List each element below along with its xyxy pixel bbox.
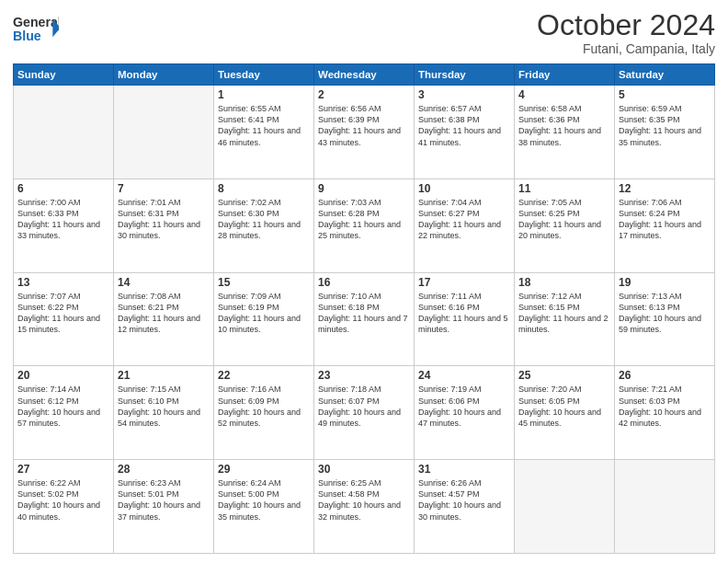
day-number: 11 [518, 182, 610, 195]
cell-info: Sunrise: 7:13 AMSunset: 6:13 PMDaylight:… [619, 292, 701, 334]
cell-info: Sunrise: 7:06 AMSunset: 6:24 PMDaylight:… [619, 198, 701, 240]
day-number: 9 [318, 182, 410, 195]
day-number: 7 [118, 182, 210, 195]
cell-info: Sunrise: 7:12 AMSunset: 6:15 PMDaylight:… [518, 292, 609, 334]
day-number: 31 [418, 463, 510, 476]
day-number: 5 [619, 88, 711, 101]
cell-info: Sunrise: 7:18 AMSunset: 6:07 PMDaylight:… [318, 385, 401, 427]
day-number: 10 [418, 182, 510, 195]
day-cell-11: 11 Sunrise: 7:05 AMSunset: 6:25 PMDaylig… [515, 178, 615, 272]
cell-info: Sunrise: 6:58 AMSunset: 6:36 PMDaylight:… [518, 104, 601, 146]
cell-info: Sunrise: 6:24 AMSunset: 5:00 PMDaylight:… [218, 478, 301, 521]
cell-info: Sunrise: 6:26 AMSunset: 4:57 PMDaylight:… [418, 478, 501, 521]
header-tuesday: Tuesday [214, 64, 314, 86]
day-number: 12 [619, 182, 711, 195]
cell-info: Sunrise: 6:23 AMSunset: 5:01 PMDaylight:… [118, 478, 200, 521]
cell-info: Sunrise: 7:21 AMSunset: 6:03 PMDaylight:… [619, 385, 701, 427]
header-sunday: Sunday [14, 64, 114, 86]
day-cell-5: 5 Sunrise: 6:59 AMSunset: 6:35 PMDayligh… [615, 86, 715, 179]
cell-info: Sunrise: 6:22 AMSunset: 5:02 PMDaylight:… [17, 478, 100, 521]
cell-info: Sunrise: 7:05 AMSunset: 6:25 PMDaylight:… [518, 198, 601, 240]
day-cell-4: 4 Sunrise: 6:58 AMSunset: 6:36 PMDayligh… [515, 86, 615, 179]
day-number: 22 [218, 369, 310, 382]
page: General Blue October 2024 Futani, Campan… [0, 0, 728, 563]
cell-info: Sunrise: 7:08 AMSunset: 6:21 PMDaylight:… [118, 292, 200, 334]
day-number: 28 [118, 463, 210, 476]
day-number: 13 [17, 276, 109, 289]
day-number: 15 [218, 276, 310, 289]
day-cell-28: 28 Sunrise: 6:23 AMSunset: 5:01 PMDaylig… [114, 460, 214, 554]
day-number: 24 [418, 369, 510, 382]
day-number: 8 [218, 182, 310, 195]
day-cell-30: 30 Sunrise: 6:25 AMSunset: 4:58 PMDaylig… [314, 460, 415, 554]
day-cell-9: 9 Sunrise: 7:03 AMSunset: 6:28 PMDayligh… [314, 178, 415, 272]
day-number: 17 [418, 276, 510, 289]
cell-info: Sunrise: 6:55 AMSunset: 6:41 PMDaylight:… [218, 104, 301, 146]
cell-info: Sunrise: 7:11 AMSunset: 6:16 PMDaylight:… [418, 292, 508, 334]
day-cell-29: 29 Sunrise: 6:24 AMSunset: 5:00 PMDaylig… [214, 460, 314, 554]
day-number: 20 [17, 369, 109, 382]
cell-info: Sunrise: 7:09 AMSunset: 6:19 PMDaylight:… [218, 292, 301, 334]
day-cell-1: 1 Sunrise: 6:55 AMSunset: 6:41 PMDayligh… [214, 86, 314, 179]
day-cell-8: 8 Sunrise: 7:02 AMSunset: 6:30 PMDayligh… [214, 178, 314, 272]
day-cell-2: 2 Sunrise: 6:56 AMSunset: 6:39 PMDayligh… [314, 86, 415, 179]
day-cell-empty [515, 460, 615, 554]
cell-info: Sunrise: 7:14 AMSunset: 6:12 PMDaylight:… [17, 385, 100, 427]
logo: General Blue [13, 9, 59, 50]
day-cell-23: 23 Sunrise: 7:18 AMSunset: 6:07 PMDaylig… [314, 366, 415, 460]
day-cell-27: 27 Sunrise: 6:22 AMSunset: 5:02 PMDaylig… [14, 460, 114, 554]
day-number: 27 [17, 463, 109, 476]
cell-info: Sunrise: 7:19 AMSunset: 6:06 PMDaylight:… [418, 385, 501, 427]
day-cell-10: 10 Sunrise: 7:04 AMSunset: 6:27 PMDaylig… [415, 178, 515, 272]
day-number: 21 [118, 369, 210, 382]
cell-info: Sunrise: 6:59 AMSunset: 6:35 PMDaylight:… [619, 104, 701, 146]
day-number: 25 [518, 369, 610, 382]
svg-text:Blue: Blue [13, 29, 41, 43]
week-row-2: 6 Sunrise: 7:00 AMSunset: 6:33 PMDayligh… [14, 178, 715, 272]
cell-info: Sunrise: 7:20 AMSunset: 6:05 PMDaylight:… [518, 385, 601, 427]
day-number: 19 [619, 276, 711, 289]
day-cell-24: 24 Sunrise: 7:19 AMSunset: 6:06 PMDaylig… [415, 366, 515, 460]
day-cell-17: 17 Sunrise: 7:11 AMSunset: 6:16 PMDaylig… [415, 272, 515, 366]
week-row-3: 13 Sunrise: 7:07 AMSunset: 6:22 PMDaylig… [14, 272, 715, 366]
week-row-4: 20 Sunrise: 7:14 AMSunset: 6:12 PMDaylig… [14, 366, 715, 460]
header-thursday: Thursday [415, 64, 515, 86]
day-number: 18 [518, 276, 610, 289]
day-number: 3 [418, 88, 510, 101]
cell-info: Sunrise: 7:03 AMSunset: 6:28 PMDaylight:… [318, 198, 401, 240]
day-number: 6 [17, 182, 109, 195]
cell-info: Sunrise: 6:57 AMSunset: 6:38 PMDaylight:… [418, 104, 501, 146]
day-cell-7: 7 Sunrise: 7:01 AMSunset: 6:31 PMDayligh… [114, 178, 214, 272]
day-cell-3: 3 Sunrise: 6:57 AMSunset: 6:38 PMDayligh… [415, 86, 515, 179]
day-number: 4 [518, 88, 610, 101]
calendar-header-row: SundayMondayTuesdayWednesdayThursdayFrid… [14, 64, 715, 86]
cell-info: Sunrise: 7:04 AMSunset: 6:27 PMDaylight:… [418, 198, 501, 240]
header-friday: Friday [515, 64, 615, 86]
logo-svg: General Blue [13, 9, 59, 50]
cell-info: Sunrise: 6:56 AMSunset: 6:39 PMDaylight:… [318, 104, 401, 146]
svg-text:General: General [13, 15, 59, 29]
day-number: 26 [619, 369, 711, 382]
week-row-5: 27 Sunrise: 6:22 AMSunset: 5:02 PMDaylig… [14, 460, 715, 554]
day-cell-16: 16 Sunrise: 7:10 AMSunset: 6:18 PMDaylig… [314, 272, 415, 366]
day-cell-18: 18 Sunrise: 7:12 AMSunset: 6:15 PMDaylig… [515, 272, 615, 366]
day-cell-14: 14 Sunrise: 7:08 AMSunset: 6:21 PMDaylig… [114, 272, 214, 366]
cell-info: Sunrise: 7:15 AMSunset: 6:10 PMDaylight:… [118, 385, 200, 427]
cell-info: Sunrise: 7:10 AMSunset: 6:18 PMDaylight:… [318, 292, 408, 334]
calendar-table: SundayMondayTuesdayWednesdayThursdayFrid… [13, 63, 715, 554]
day-cell-31: 31 Sunrise: 6:26 AMSunset: 4:57 PMDaylig… [415, 460, 515, 554]
day-number: 23 [318, 369, 410, 382]
day-number: 30 [318, 463, 410, 476]
day-number: 2 [318, 88, 410, 101]
location: Futani, Campania, Italy [537, 41, 715, 56]
cell-info: Sunrise: 7:00 AMSunset: 6:33 PMDaylight:… [17, 198, 100, 240]
month-title: October 2024 [537, 9, 715, 41]
day-cell-20: 20 Sunrise: 7:14 AMSunset: 6:12 PMDaylig… [14, 366, 114, 460]
day-cell-empty [14, 86, 114, 179]
cell-info: Sunrise: 6:25 AMSunset: 4:58 PMDaylight:… [318, 478, 401, 521]
day-cell-25: 25 Sunrise: 7:20 AMSunset: 6:05 PMDaylig… [515, 366, 615, 460]
day-cell-empty [114, 86, 214, 179]
title-block: October 2024 Futani, Campania, Italy [537, 9, 715, 56]
day-number: 16 [318, 276, 410, 289]
day-cell-22: 22 Sunrise: 7:16 AMSunset: 6:09 PMDaylig… [214, 366, 314, 460]
